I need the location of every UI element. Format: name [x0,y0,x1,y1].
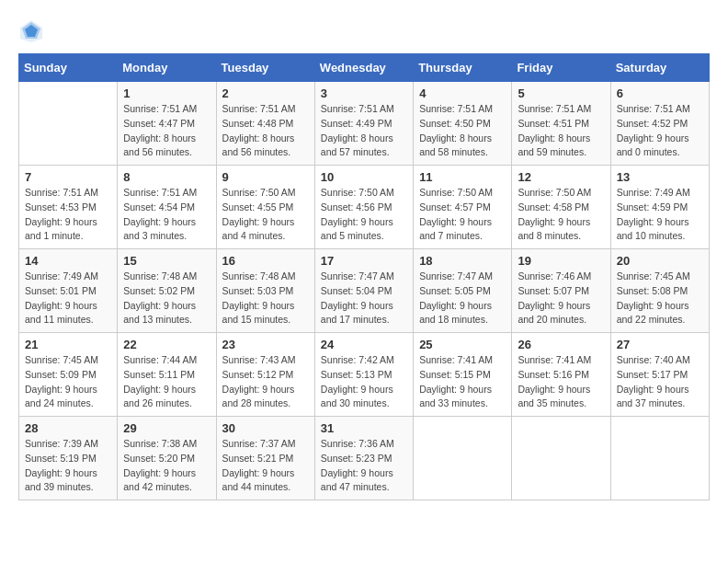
calendar-cell: 28Sunrise: 7:39 AM Sunset: 5:19 PM Dayli… [19,417,118,500]
day-number: 10 [321,170,407,184]
cell-info: Sunrise: 7:49 AM Sunset: 4:59 PM Dayligh… [617,186,703,244]
calendar-cell: 27Sunrise: 7:40 AM Sunset: 5:17 PM Dayli… [610,333,709,417]
cell-info: Sunrise: 7:48 AM Sunset: 5:02 PM Dayligh… [123,270,210,327]
cell-info: Sunrise: 7:51 AM Sunset: 4:53 PM Dayligh… [25,186,111,244]
day-number: 29 [123,421,210,435]
week-row-1: 1Sunrise: 7:51 AM Sunset: 4:47 PM Daylig… [19,82,710,166]
day-number: 2 [222,86,309,100]
calendar-cell: 5Sunrise: 7:51 AM Sunset: 4:51 PM Daylig… [512,82,610,166]
day-number: 19 [518,254,604,268]
calendar-cell: 1Sunrise: 7:51 AM Sunset: 4:47 PM Daylig… [118,82,216,166]
day-number: 3 [321,86,407,100]
cell-info: Sunrise: 7:40 AM Sunset: 5:17 PM Dayligh… [617,353,703,411]
cell-info: Sunrise: 7:50 AM Sunset: 4:58 PM Dayligh… [518,186,604,244]
day-header-monday: Monday [118,54,216,82]
calendar-cell: 4Sunrise: 7:51 AM Sunset: 4:50 PM Daylig… [414,82,512,166]
day-number: 16 [222,254,309,268]
day-header-friday: Friday [512,54,610,82]
cell-info: Sunrise: 7:41 AM Sunset: 5:15 PM Dayligh… [419,353,506,411]
day-number: 7 [25,170,111,184]
cell-info: Sunrise: 7:51 AM Sunset: 4:49 PM Dayligh… [321,102,407,160]
cell-info: Sunrise: 7:47 AM Sunset: 5:05 PM Dayligh… [419,270,506,327]
cell-info: Sunrise: 7:51 AM Sunset: 4:52 PM Dayligh… [617,102,703,160]
day-number: 30 [222,421,309,435]
day-number: 15 [123,254,210,268]
calendar-cell [414,417,512,500]
calendar-cell: 3Sunrise: 7:51 AM Sunset: 4:49 PM Daylig… [314,82,413,166]
cell-info: Sunrise: 7:39 AM Sunset: 5:19 PM Dayligh… [25,437,111,495]
logo [18,18,48,44]
cell-info: Sunrise: 7:51 AM Sunset: 4:48 PM Dayligh… [222,102,309,160]
cell-info: Sunrise: 7:47 AM Sunset: 5:04 PM Dayligh… [321,270,407,327]
calendar-cell: 22Sunrise: 7:44 AM Sunset: 5:11 PM Dayli… [118,333,216,417]
cell-info: Sunrise: 7:36 AM Sunset: 5:23 PM Dayligh… [321,437,407,495]
day-header-tuesday: Tuesday [216,54,314,82]
cell-info: Sunrise: 7:42 AM Sunset: 5:13 PM Dayligh… [321,353,407,411]
calendar-cell: 8Sunrise: 7:51 AM Sunset: 4:54 PM Daylig… [118,166,216,249]
day-number: 28 [25,421,111,435]
day-number: 12 [518,170,604,184]
calendar-cell: 19Sunrise: 7:46 AM Sunset: 5:07 PM Dayli… [512,249,610,333]
calendar-cell: 13Sunrise: 7:49 AM Sunset: 4:59 PM Dayli… [610,166,709,249]
day-number: 24 [321,338,407,351]
cell-info: Sunrise: 7:37 AM Sunset: 5:21 PM Dayligh… [222,437,309,495]
cell-info: Sunrise: 7:51 AM Sunset: 4:51 PM Dayligh… [518,102,604,160]
calendar-cell: 23Sunrise: 7:43 AM Sunset: 5:12 PM Dayli… [216,333,314,417]
day-number: 25 [419,338,506,351]
calendar-cell [512,417,610,500]
cell-info: Sunrise: 7:46 AM Sunset: 5:07 PM Dayligh… [518,270,604,327]
calendar-cell: 6Sunrise: 7:51 AM Sunset: 4:52 PM Daylig… [610,82,709,166]
cell-info: Sunrise: 7:50 AM Sunset: 4:56 PM Dayligh… [321,186,407,244]
day-header-saturday: Saturday [610,54,709,82]
cell-info: Sunrise: 7:45 AM Sunset: 5:09 PM Dayligh… [25,353,111,411]
calendar-cell: 29Sunrise: 7:38 AM Sunset: 5:20 PM Dayli… [118,417,216,500]
calendar-cell: 21Sunrise: 7:45 AM Sunset: 5:09 PM Dayli… [19,333,118,417]
day-number: 23 [222,338,309,351]
day-header-sunday: Sunday [19,54,118,82]
calendar-cell [19,82,118,166]
day-number: 6 [617,86,703,100]
day-header-thursday: Thursday [414,54,512,82]
calendar-cell: 24Sunrise: 7:42 AM Sunset: 5:13 PM Dayli… [314,333,413,417]
calendar-cell: 10Sunrise: 7:50 AM Sunset: 4:56 PM Dayli… [314,166,413,249]
cell-info: Sunrise: 7:45 AM Sunset: 5:08 PM Dayligh… [617,270,703,327]
calendar-cell: 20Sunrise: 7:45 AM Sunset: 5:08 PM Dayli… [610,249,709,333]
day-number: 11 [419,170,506,184]
day-number: 13 [617,170,703,184]
day-number: 26 [518,338,604,351]
cell-info: Sunrise: 7:41 AM Sunset: 5:16 PM Dayligh… [518,353,604,411]
day-number: 1 [123,86,210,100]
cell-info: Sunrise: 7:38 AM Sunset: 5:20 PM Dayligh… [123,437,210,495]
calendar-cell: 7Sunrise: 7:51 AM Sunset: 4:53 PM Daylig… [19,166,118,249]
cell-info: Sunrise: 7:49 AM Sunset: 5:01 PM Dayligh… [25,270,111,327]
calendar-cell: 16Sunrise: 7:48 AM Sunset: 5:03 PM Dayli… [216,249,314,333]
cell-info: Sunrise: 7:44 AM Sunset: 5:11 PM Dayligh… [123,353,210,411]
calendar-table: SundayMondayTuesdayWednesdayThursdayFrid… [18,53,710,500]
day-number: 14 [25,254,111,268]
week-row-4: 21Sunrise: 7:45 AM Sunset: 5:09 PM Dayli… [19,333,710,417]
calendar-cell: 25Sunrise: 7:41 AM Sunset: 5:15 PM Dayli… [414,333,512,417]
logo-icon [18,18,44,44]
day-header-wednesday: Wednesday [314,54,413,82]
calendar-cell: 18Sunrise: 7:47 AM Sunset: 5:05 PM Dayli… [414,249,512,333]
calendar-cell: 15Sunrise: 7:48 AM Sunset: 5:02 PM Dayli… [118,249,216,333]
calendar-cell: 9Sunrise: 7:50 AM Sunset: 4:55 PM Daylig… [216,166,314,249]
day-number: 4 [419,86,506,100]
day-number: 21 [25,338,111,351]
calendar-cell: 2Sunrise: 7:51 AM Sunset: 4:48 PM Daylig… [216,82,314,166]
calendar-cell: 30Sunrise: 7:37 AM Sunset: 5:21 PM Dayli… [216,417,314,500]
calendar-cell: 26Sunrise: 7:41 AM Sunset: 5:16 PM Dayli… [512,333,610,417]
calendar-cell [610,417,709,500]
cell-info: Sunrise: 7:51 AM Sunset: 4:54 PM Dayligh… [123,186,210,244]
calendar-cell: 11Sunrise: 7:50 AM Sunset: 4:57 PM Dayli… [414,166,512,249]
cell-info: Sunrise: 7:51 AM Sunset: 4:50 PM Dayligh… [419,102,506,160]
calendar-cell: 17Sunrise: 7:47 AM Sunset: 5:04 PM Dayli… [314,249,413,333]
day-number: 27 [617,338,703,351]
day-number: 22 [123,338,210,351]
cell-info: Sunrise: 7:50 AM Sunset: 4:57 PM Dayligh… [419,186,506,244]
calendar-cell: 31Sunrise: 7:36 AM Sunset: 5:23 PM Dayli… [314,417,413,500]
day-number: 31 [321,421,407,435]
cell-info: Sunrise: 7:50 AM Sunset: 4:55 PM Dayligh… [222,186,309,244]
day-number: 9 [222,170,309,184]
day-number: 20 [617,254,703,268]
